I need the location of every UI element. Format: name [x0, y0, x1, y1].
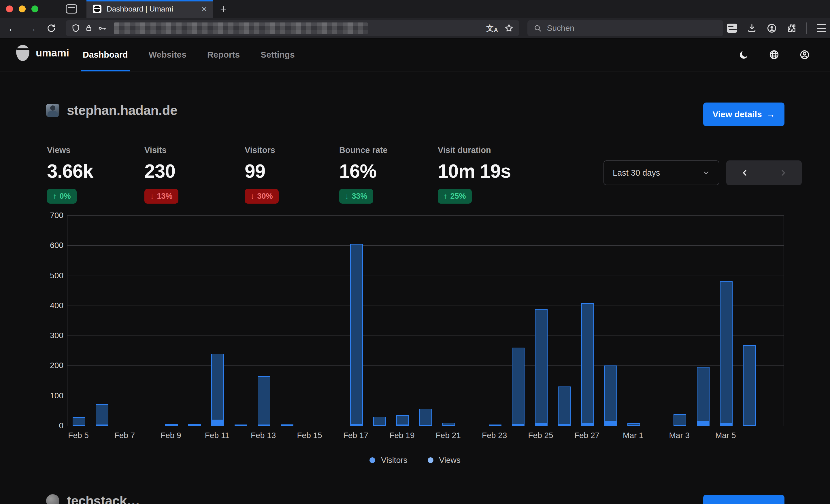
next-view-details-button[interactable]: View details	[703, 495, 785, 504]
window-close-button[interactable]	[6, 5, 13, 12]
chart-legend: Visitors Views	[0, 456, 830, 465]
metric-label: Views	[47, 145, 93, 155]
date-range-dropdown[interactable]: Last 30 days	[604, 160, 719, 185]
redacted-url-text	[114, 23, 368, 34]
menu-icon[interactable]	[817, 24, 826, 32]
search-bar[interactable]	[528, 20, 723, 36]
translate-icon[interactable]: 文A	[486, 23, 498, 33]
x-tick-label: Feb 9	[161, 431, 181, 440]
bar-feb-14[interactable]	[281, 424, 293, 426]
next-site-favicon	[46, 494, 59, 504]
bar-mar-5[interactable]	[720, 281, 733, 426]
y-tick-label: 0	[59, 421, 63, 430]
legend-item-views[interactable]: Views	[428, 456, 460, 465]
nav-item-websites[interactable]: Websites	[149, 39, 187, 71]
gridline	[67, 215, 784, 216]
profile-icon[interactable]	[799, 49, 810, 60]
bar-feb-27[interactable]	[581, 303, 594, 426]
tracking-shield-icon[interactable]	[71, 24, 80, 33]
bar-feb-17[interactable]	[350, 244, 363, 426]
bar-mar-1[interactable]	[628, 423, 640, 426]
reload-icon	[46, 23, 56, 33]
browser-tab[interactable]: Dashboard | Umami ×	[87, 0, 213, 18]
gridline	[67, 396, 784, 396]
bar-feb-19[interactable]	[396, 415, 409, 426]
y-tick-label: 400	[50, 301, 63, 310]
bar-mar-3[interactable]	[673, 414, 686, 426]
x-tick-label: Mar 3	[669, 431, 690, 440]
account-icon[interactable]	[767, 23, 777, 33]
view-details-button[interactable]: View details →	[703, 103, 785, 126]
new-tab-button[interactable]: +	[217, 2, 230, 15]
bar-feb-23[interactable]	[489, 425, 502, 426]
legend-dot-visitors	[370, 457, 375, 463]
bookmark-star-icon[interactable]	[504, 24, 514, 33]
x-tick-label: Feb 27	[574, 431, 600, 440]
bar-feb-10[interactable]	[188, 424, 201, 426]
lock-icon[interactable]	[85, 24, 93, 33]
bar-visitors-segment	[442, 425, 455, 426]
bar-feb-12[interactable]	[234, 425, 247, 426]
browser-tab-bar: Dashboard | Umami × +	[0, 0, 830, 18]
date-prev-button[interactable]	[726, 160, 764, 185]
chart-x-axis: Feb 5Feb 7Feb 9Feb 11Feb 13Feb 15Feb 17F…	[67, 431, 784, 441]
key-icon[interactable]	[97, 24, 107, 33]
forward-button[interactable]: →	[25, 22, 38, 35]
bar-feb-13[interactable]	[258, 376, 270, 426]
bar-visitors-segment	[234, 425, 247, 426]
nav-item-dashboard[interactable]: Dashboard	[83, 39, 128, 71]
search-input[interactable]	[547, 24, 717, 33]
language-globe-icon[interactable]	[769, 49, 779, 60]
bar-feb-6[interactable]	[96, 404, 108, 426]
bar-visitors-segment	[188, 425, 201, 426]
next-site-name: techstack…	[67, 493, 140, 504]
bar-mar-6[interactable]	[743, 345, 756, 426]
bar-feb-5[interactable]	[73, 417, 85, 426]
window-minimize-button[interactable]	[19, 5, 26, 12]
y-tick-label: 600	[50, 241, 63, 250]
screen: { "browser": { "tab_title": "Dashboard |…	[0, 0, 830, 504]
extensions-puzzle-icon[interactable]	[787, 23, 797, 33]
bar-feb-9[interactable]	[165, 424, 178, 426]
url-bar[interactable]: 文A	[66, 20, 519, 36]
nav-item-settings[interactable]: Settings	[260, 39, 294, 71]
bar-feb-26[interactable]	[558, 387, 571, 426]
y-tick-label: 500	[50, 271, 63, 280]
downloads-icon[interactable]	[747, 23, 757, 33]
bar-feb-18[interactable]	[373, 417, 386, 426]
window-zoom-button[interactable]	[31, 5, 38, 12]
tab-close-icon[interactable]: ×	[201, 4, 207, 13]
brand[interactable]: umami	[16, 45, 69, 61]
bar-visitors-segment	[419, 425, 432, 426]
metric-visit-duration: Visit duration 10m 19s ↑25%	[438, 145, 511, 204]
bar-visitors-segment	[211, 419, 224, 426]
sidebar-icon[interactable]	[727, 24, 737, 33]
bar-feb-25[interactable]	[535, 309, 548, 426]
back-button[interactable]: ←	[6, 22, 19, 35]
reload-button[interactable]	[45, 22, 58, 35]
firefox-view-icon[interactable]	[66, 4, 77, 13]
bar-visitors-segment	[165, 425, 178, 426]
x-tick-label: Mar 5	[715, 431, 736, 440]
legend-item-visitors[interactable]: Visitors	[370, 456, 407, 465]
date-next-button[interactable]	[764, 160, 802, 185]
bar-feb-24[interactable]	[512, 348, 524, 426]
bar-mar-4[interactable]	[697, 367, 709, 426]
metric-label: Visitors	[245, 145, 279, 155]
theme-moon-icon[interactable]	[739, 50, 749, 60]
bar-feb-20[interactable]	[419, 409, 432, 426]
umami-logo-icon	[16, 45, 29, 61]
bar-feb-11[interactable]	[211, 354, 224, 426]
nav-item-reports[interactable]: Reports	[207, 39, 240, 71]
bar-feb-21[interactable]	[442, 423, 455, 426]
bar-visitors-segment	[373, 425, 386, 426]
x-tick-label: Feb 17	[343, 431, 368, 440]
bar-visitors-segment	[697, 421, 709, 426]
bar-visitors-segment	[628, 425, 640, 426]
bar-feb-28[interactable]	[604, 366, 617, 426]
metric-value: 3.66k	[47, 160, 93, 182]
metric-value: 99	[245, 160, 279, 182]
legend-dot-views	[428, 457, 434, 463]
bar-visitors-segment	[743, 425, 756, 426]
y-tick-label: 300	[50, 331, 63, 340]
